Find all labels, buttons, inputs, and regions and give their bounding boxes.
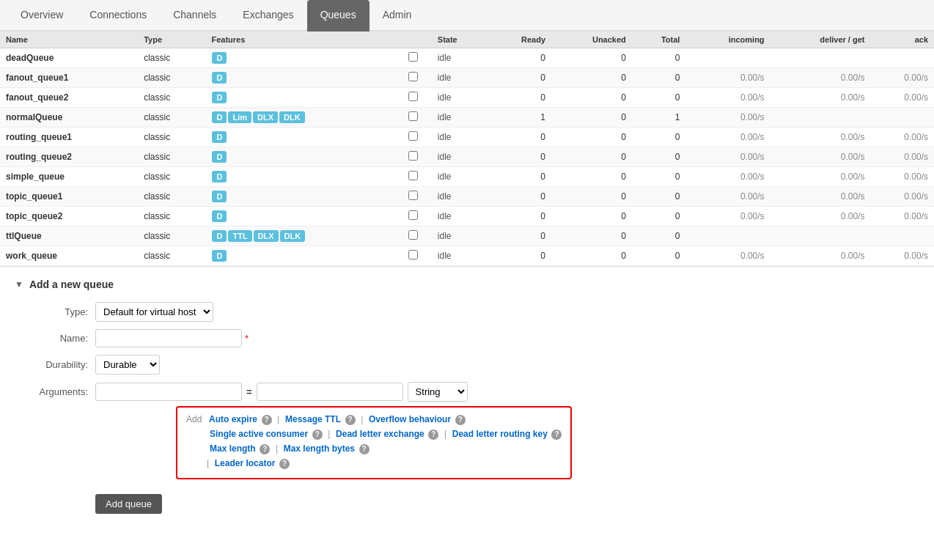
row-checkbox[interactable] [408,171,418,180]
badge-d: D [212,230,227,242]
cell-checkbox[interactable] [394,226,431,246]
row-checkbox[interactable] [408,230,418,240]
nav-queues[interactable]: Queues [307,0,369,32]
cell-ack [870,226,934,246]
cell-checkbox[interactable] [394,187,431,207]
nav-exchanges[interactable]: Exchanges [229,0,306,32]
row-checkbox[interactable] [408,191,418,200]
arg-leader-locator[interactable]: Leader locator [215,458,276,468]
sep1: | [277,414,279,424]
cell-checkbox[interactable] [394,48,431,68]
cell-checkbox[interactable] [394,207,431,226]
cell-checkbox[interactable] [394,167,431,187]
sep6: | [207,458,209,468]
table-row[interactable]: fanout_queue1 classic D idle 0 0 0 0.00/… [0,68,934,88]
row-checkbox[interactable] [408,111,418,121]
cell-features: DTTLDLXDLK [205,226,394,246]
single-active-help-icon[interactable]: ? [312,430,323,440]
row-checkbox[interactable] [408,151,418,161]
row-checkbox[interactable] [408,92,418,101]
arg-val-input[interactable] [257,383,403,401]
leader-locator-help-icon[interactable]: ? [279,459,290,469]
max-length-help-icon[interactable]: ? [260,444,270,454]
durability-select[interactable]: Durable Transient [95,355,160,375]
cell-checkbox[interactable] [394,108,431,128]
arg-single-active-consumer[interactable]: Single active consumer [210,429,308,439]
nav-channels[interactable]: Channels [160,0,229,32]
table-row[interactable]: routing_queue2 classic D idle 0 0 0 0.00… [0,147,934,167]
badge-d: D [212,111,227,123]
cell-name: routing_queue1 [0,128,138,147]
table-row[interactable]: routing_queue1 classic D idle 0 0 0 0.00… [0,128,934,147]
arg-max-length[interactable]: Max length [210,443,256,454]
arg-message-ttl[interactable]: Message TTL [285,414,341,424]
cell-checkbox[interactable] [394,128,431,147]
cell-ack: 0.00/s [870,68,934,88]
cell-deliver: 0.00/s [771,187,871,207]
row-checkbox[interactable] [408,210,418,220]
cell-name: routing_queue2 [0,147,138,167]
cell-features: D [205,167,394,187]
table-row[interactable]: normalQueue classic DLimDLXDLK idle 1 0 … [0,108,934,128]
cell-checkbox[interactable] [394,147,431,167]
durability-label: Durability: [15,359,95,370]
row-checkbox[interactable] [408,72,418,81]
table-row[interactable]: ttlQueue classic DTTLDLXDLK idle 0 0 0 [0,226,934,246]
arg-dead-letter-routing-key[interactable]: Dead letter routing key [452,429,548,439]
nav-admin[interactable]: Admin [369,0,425,32]
arg-max-length-bytes[interactable]: Max length bytes [284,443,355,454]
type-select[interactable]: Default for virtual host Classic Quorum … [95,302,213,322]
table-row[interactable]: topic_queue1 classic D idle 0 0 0 0.00/s… [0,187,934,207]
table-row[interactable]: topic_queue2 classic D idle 0 0 0 0.00/s… [0,207,934,226]
type-label: Type: [15,306,95,317]
add-queue-button[interactable]: Add queue [95,494,162,514]
auto-expire-help-icon[interactable]: ? [262,415,272,425]
cell-type: classic [138,128,205,147]
name-input[interactable] [95,329,242,347]
cell-total: 0 [632,207,686,226]
section-title: Add a new queue [29,279,114,290]
arg-overflow-behaviour[interactable]: Overflow behaviour [369,414,451,424]
main-nav: Overview Connections Channels Exchanges … [0,0,934,32]
col-incoming: incoming [685,32,770,48]
cell-checkbox[interactable] [394,246,431,266]
queues-table-wrapper: Name Type Features State Ready Unacked T… [0,32,934,266]
cell-ready: 0 [488,68,551,88]
message-ttl-help-icon[interactable]: ? [345,415,356,425]
row-checkbox[interactable] [408,52,418,62]
table-row[interactable]: work_queue classic D idle 0 0 0 0.00/s 0… [0,246,934,266]
max-length-bytes-help-icon[interactable]: ? [359,444,369,454]
arguments-content: = String Number Boolean Add Auto expire … [95,382,572,479]
cell-incoming: 0.00/s [685,108,770,128]
dead-letter-routing-key-help-icon[interactable]: ? [551,430,562,440]
table-row[interactable]: deadQueue classic D idle 0 0 0 [0,48,934,68]
arg-type-select[interactable]: String Number Boolean [408,382,468,402]
table-row[interactable]: simple_queue classic D idle 0 0 0 0.00/s… [0,167,934,187]
dead-letter-exchange-help-icon[interactable]: ? [428,430,438,440]
arg-key-input[interactable] [95,383,242,401]
overflow-help-icon[interactable]: ? [455,415,466,425]
row-checkbox[interactable] [408,250,418,259]
arguments-label: Arguments: [15,382,95,397]
cell-state: idle [432,48,488,68]
badge-dlk: DLK [279,111,305,123]
nav-overview[interactable]: Overview [7,0,76,32]
cell-type: classic [138,207,205,226]
cell-total: 0 [632,246,686,266]
table-row[interactable]: fanout_queue2 classic D idle 0 0 0 0.00/… [0,88,934,108]
nav-connections[interactable]: Connections [76,0,160,32]
cell-checkbox[interactable] [394,68,431,88]
cell-features: D [205,68,394,88]
cell-deliver: 0.00/s [771,207,871,226]
cell-incoming: 0.00/s [685,246,770,266]
add-queue-header[interactable]: ▼ Add a new queue [15,279,919,290]
row-checkbox[interactable] [408,131,418,141]
arg-dead-letter-exchange[interactable]: Dead letter exchange [336,429,424,439]
cell-name: simple_queue [0,167,138,187]
cell-ready: 0 [488,187,551,207]
arg-auto-expire[interactable]: Auto expire [209,414,257,424]
badge-dlk: DLK [280,230,306,242]
cell-checkbox[interactable] [394,88,431,108]
cell-state: idle [432,68,488,88]
cell-incoming [685,48,770,68]
